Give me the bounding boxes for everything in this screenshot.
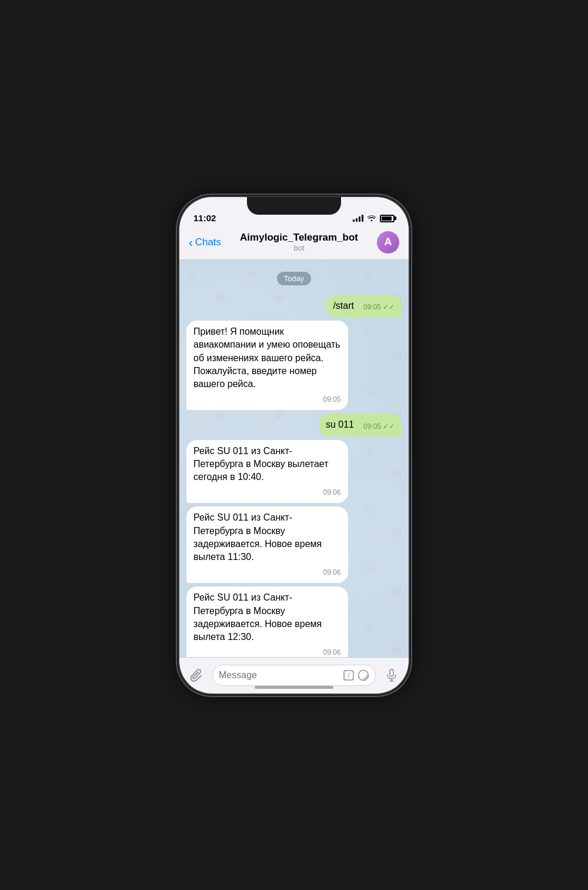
message-bubble-in: Рейс SU 011 из Санкт-Петербурга в Москву… xyxy=(186,506,348,583)
message-bubble-in: Рейс SU 011 из Санкт-Петербурга в Москву… xyxy=(186,586,348,656)
message-row: su 011 09:05 ✓✓ xyxy=(186,414,402,436)
read-receipts-icon: ✓✓ xyxy=(383,422,395,432)
signal-bar-1 xyxy=(353,219,355,222)
message-time: 09:05 xyxy=(363,302,381,312)
message-text: Рейс SU 011 из Санкт-Петербурга в Москву… xyxy=(193,511,341,564)
chat-subtitle: bot xyxy=(294,244,305,252)
message-text: Рейс SU 011 из Санкт-Петербурга в Москву… xyxy=(193,591,341,644)
message-time: 09:06 xyxy=(323,568,340,576)
message-time: 09:06 xyxy=(323,648,340,656)
sticker-icon[interactable] xyxy=(358,669,369,681)
battery-icon xyxy=(380,215,395,222)
message-text: /start xyxy=(333,299,354,312)
message-bubble-in: Рейс SU 011 из Санкт-Петербурга в Москву… xyxy=(186,440,348,504)
battery-fill xyxy=(382,216,392,221)
signal-bar-3 xyxy=(359,216,360,222)
read-receipts-icon: ✓✓ xyxy=(383,302,395,312)
date-badge: Today xyxy=(186,272,402,285)
avatar[interactable]: A xyxy=(377,231,399,254)
attach-button[interactable] xyxy=(186,665,206,685)
phone-frame: 11:02 xyxy=(179,197,409,694)
date-badge-text: Today xyxy=(277,272,312,285)
message-time: 09:05 xyxy=(363,422,381,432)
chat-name[interactable]: Aimylogic_Telegram_bot xyxy=(240,232,358,244)
status-icons xyxy=(353,214,395,223)
message-time: 09:05 xyxy=(323,395,340,404)
back-chevron-icon: ‹ xyxy=(189,236,193,248)
message-text: Привет! Я помощник авиакомпании и умею о… xyxy=(193,325,341,391)
message-bubble-in: Привет! Я помощник авиакомпании и умею о… xyxy=(186,321,348,410)
screen: 11:02 xyxy=(179,197,409,694)
status-time: 11:02 xyxy=(193,213,216,223)
chat-area[interactable]: Today /start 09:05 ✓✓ xyxy=(179,260,409,657)
signal-bar-2 xyxy=(356,218,358,222)
message-time: 09:06 xyxy=(323,488,340,496)
message-bubble-out: /start 09:05 ✓✓ xyxy=(326,295,402,317)
message-row: /start 09:05 ✓✓ xyxy=(186,295,402,317)
slash-command-icon[interactable]: / xyxy=(343,670,354,681)
svg-text:/: / xyxy=(348,672,350,679)
back-label[interactable]: Chats xyxy=(195,236,221,248)
message-input-wrapper[interactable]: / xyxy=(212,665,376,686)
notch xyxy=(247,197,341,215)
home-indicator xyxy=(255,686,333,689)
message-bubble-out: su 011 09:05 ✓✓ xyxy=(319,414,402,436)
header-center: Aimylogic_Telegram_bot bot xyxy=(240,232,358,252)
message-row: Рейс SU 011 из Санкт-Петербурга в Москву… xyxy=(186,506,402,583)
mic-button[interactable] xyxy=(382,665,402,685)
message-row: Рейс SU 011 из Санкт-Петербурга в Москву… xyxy=(186,440,402,504)
chat-header: ‹ Chats Aimylogic_Telegram_bot bot A xyxy=(179,226,409,260)
message-input[interactable] xyxy=(219,670,340,681)
input-right-icons: / xyxy=(343,669,369,681)
avatar-letter: A xyxy=(385,236,392,248)
signal-bars-icon xyxy=(353,215,363,222)
svg-rect-3 xyxy=(390,669,393,676)
message-text: su 011 xyxy=(326,418,354,431)
message-row: Привет! Я помощник авиакомпании и умею о… xyxy=(186,321,402,410)
signal-bar-4 xyxy=(362,215,363,222)
back-button[interactable]: ‹ Chats xyxy=(189,236,221,248)
message-text: Рейс SU 011 из Санкт-Петербурга в Москву… xyxy=(193,445,341,484)
message-row: Рейс SU 011 из Санкт-Петербурга в Москву… xyxy=(186,586,402,656)
wifi-icon xyxy=(367,214,376,223)
